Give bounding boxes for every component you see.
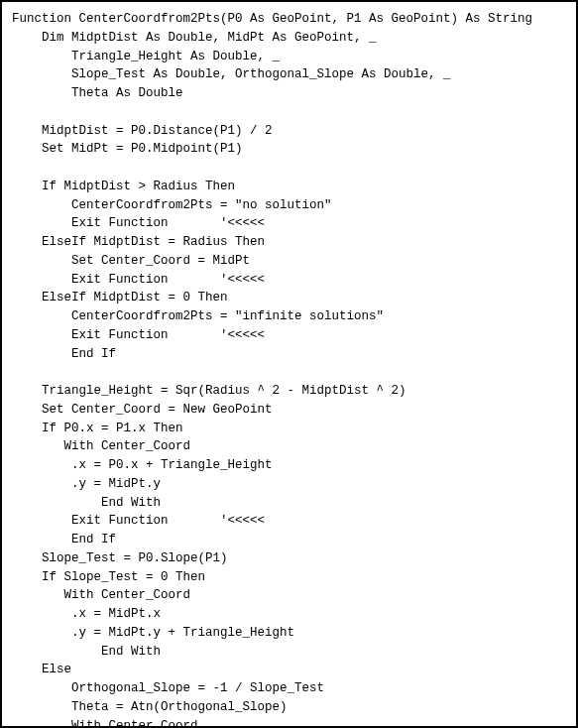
code-block: Function CenterCoordfrom2Pts(P0 As GeoPo…: [12, 10, 566, 728]
